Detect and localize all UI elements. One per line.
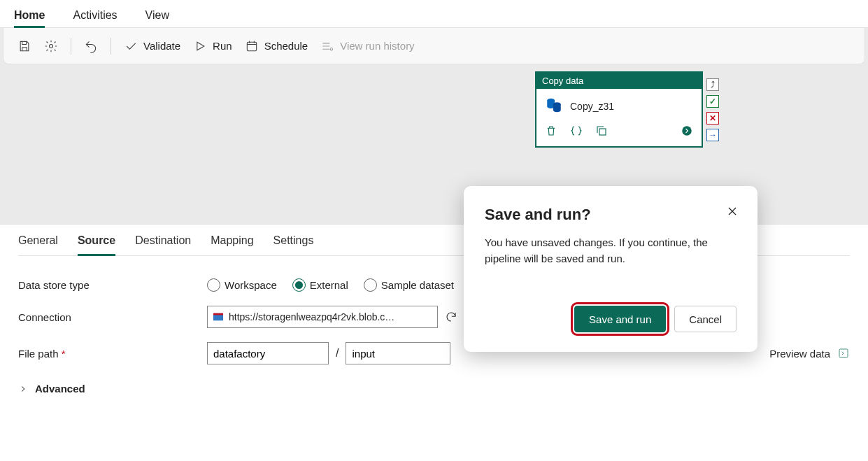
run-label: Run: [213, 40, 232, 52]
filepath-file-input[interactable]: [346, 342, 450, 364]
cancel-button[interactable]: Cancel: [674, 306, 737, 332]
path-separator: /: [329, 347, 346, 360]
activity-name: Copy_z31: [570, 101, 614, 112]
radio-sample[interactable]: Sample dataset: [364, 278, 454, 292]
radio-external[interactable]: External: [292, 278, 348, 292]
history-label: View run history: [340, 40, 414, 52]
svg-rect-1: [247, 42, 256, 50]
tab-source[interactable]: Source: [78, 225, 115, 255]
validate-button[interactable]: Validate: [124, 39, 180, 53]
check-icon: [124, 39, 138, 53]
history-icon: [320, 39, 334, 53]
delete-icon[interactable]: [545, 125, 557, 139]
save-icon: [17, 39, 31, 53]
svg-point-0: [50, 44, 53, 48]
settings-button[interactable]: [44, 39, 58, 53]
filepath-folder-input[interactable]: [207, 342, 329, 364]
activity-body: Copy_z31: [536, 89, 702, 120]
gear-icon: [44, 39, 58, 53]
run-button[interactable]: Run: [193, 39, 232, 53]
activity-card[interactable]: Copy data Copy_z31: [535, 71, 703, 148]
ribbon-tab-home[interactable]: Home: [14, 3, 57, 27]
toolbar: Validate Run Schedule View run history: [3, 28, 865, 64]
play-icon: [193, 39, 207, 53]
dialog-buttons: Save and run Cancel: [485, 306, 737, 332]
status-success-icon[interactable]: ✓: [706, 95, 719, 108]
schedule-label: Schedule: [264, 40, 308, 52]
preview-data-button[interactable]: Preview data: [769, 347, 850, 360]
label-filepath: File path *: [18, 348, 207, 360]
connection-value: https://storagenlweazpq4r2vk.blob.c…: [229, 311, 394, 322]
arrow-right-circle-icon[interactable]: [681, 125, 693, 139]
tab-mapping[interactable]: Mapping: [211, 225, 253, 255]
tab-destination[interactable]: Destination: [135, 225, 191, 255]
status-deactivated-icon[interactable]: ⤴: [706, 78, 719, 91]
refresh-button[interactable]: [443, 309, 459, 325]
advanced-toggle[interactable]: Advanced: [18, 371, 850, 395]
validate-label: Validate: [143, 40, 180, 52]
label-datastore: Data store type: [18, 279, 207, 291]
ribbon-tab-activities[interactable]: Activities: [73, 3, 129, 27]
close-button[interactable]: [725, 204, 739, 220]
connection-dropdown[interactable]: https://storagenlweazpq4r2vk.blob.c…: [207, 306, 438, 328]
datastore-radio-group: Workspace External Sample dataset: [207, 278, 454, 292]
code-icon[interactable]: [570, 125, 583, 139]
storage-icon: [213, 312, 223, 322]
tab-settings[interactable]: Settings: [273, 225, 314, 255]
status-completion-icon[interactable]: →: [706, 129, 719, 141]
svg-rect-5: [599, 129, 606, 135]
svg-rect-8: [213, 313, 223, 315]
radio-workspace[interactable]: Workspace: [207, 278, 277, 292]
save-button[interactable]: [17, 39, 31, 53]
dialog-title: Save and run?: [485, 206, 737, 224]
preview-icon: [837, 347, 850, 360]
dialog-body: You have unsaved changes. If you continu…: [485, 235, 737, 267]
ribbon-tab-view[interactable]: View: [145, 3, 182, 27]
activity-header: Copy data: [536, 73, 702, 89]
save-and-run-dialog: Save and run? You have unsaved changes. …: [464, 186, 757, 352]
svg-point-2: [330, 48, 332, 50]
save-and-run-button[interactable]: Save and run: [574, 306, 666, 332]
ribbon-tabs: Home Activities View: [0, 0, 868, 28]
calendar-icon: [245, 39, 259, 53]
view-run-history-button[interactable]: View run history: [320, 39, 414, 53]
chevron-right-icon: [18, 384, 28, 394]
activity-status-icons: ⤴ ✓ ✕ →: [706, 78, 719, 141]
separator: [111, 38, 111, 55]
undo-button[interactable]: [84, 39, 98, 53]
schedule-button[interactable]: Schedule: [245, 39, 308, 53]
copy-icon[interactable]: [595, 125, 608, 139]
label-connection: Connection: [18, 311, 207, 323]
svg-point-6: [682, 126, 692, 136]
status-fail-icon[interactable]: ✕: [706, 112, 719, 125]
separator: [71, 38, 71, 55]
tab-general[interactable]: General: [18, 225, 58, 255]
undo-icon: [84, 39, 98, 53]
activity-footer: [536, 120, 702, 146]
database-icon: [545, 96, 563, 116]
